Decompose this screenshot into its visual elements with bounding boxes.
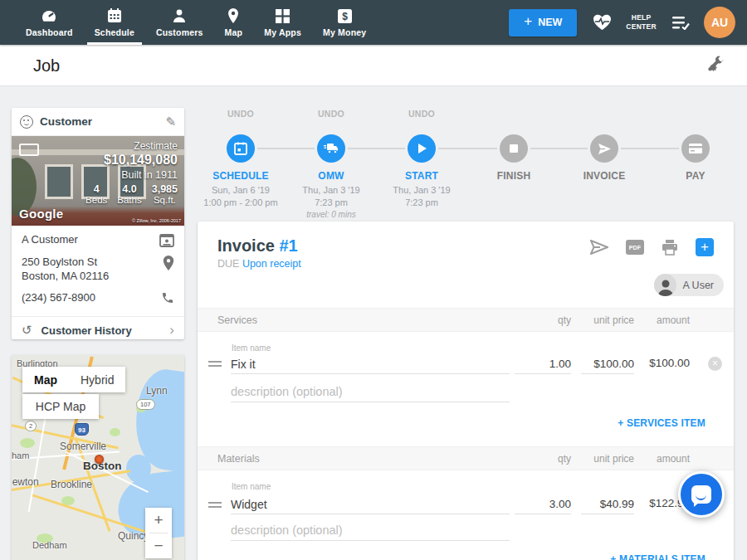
zestimate-value: $10,149,080 [85, 153, 178, 168]
assigned-user-chip[interactable]: A User [654, 274, 724, 296]
map-label-waltham: ham [12, 450, 29, 460]
step-date-line: 7:23 pm [376, 197, 467, 209]
heart-pulse-icon[interactable] [593, 14, 612, 31]
route-badge-2: 2 [25, 421, 37, 431]
help-center-line2: CENTER [626, 22, 657, 32]
apps-grid-icon [276, 7, 290, 24]
drag-handle[interactable] [208, 502, 222, 510]
phone-icon[interactable] [158, 291, 174, 304]
schedule-icon [107, 7, 122, 24]
service-qty-input[interactable] [515, 354, 571, 374]
new-button[interactable]: + NEW [509, 9, 577, 37]
map-label-quincy: Quincy [118, 530, 149, 542]
drag-handle[interactable] [208, 361, 222, 369]
timeline-step-omw: UNDO OMW Thu, Jan 3 '19 7:23 pm travel: … [286, 109, 377, 219]
customer-details: A Customer 250 Boylston St Boston, MA 02… [12, 226, 184, 316]
money-icon: $ [338, 7, 352, 24]
job-tools-icon[interactable] [706, 56, 725, 79]
material-qty-input[interactable] [515, 494, 571, 514]
timeline-step-invoice: INVOICE [559, 109, 650, 182]
address-line1: 250 Boylston St [22, 256, 158, 270]
print-icon[interactable] [662, 240, 678, 256]
help-center-link[interactable]: HELP CENTER [626, 13, 657, 31]
amount-column-header: amount [657, 314, 690, 326]
nav-tab-customers[interactable]: Customers [145, 0, 214, 45]
customer-phone: (234) 567-8900 [22, 291, 158, 305]
nav-tab-schedule[interactable]: Schedule [84, 0, 145, 45]
due-value-link[interactable]: Upon receipt [242, 258, 301, 270]
undo-spacer [559, 109, 650, 120]
undo-schedule-button[interactable]: UNDO [195, 109, 286, 120]
map-type-map-button[interactable]: Map [22, 367, 69, 392]
unit-price-column-header: unit price [593, 314, 634, 326]
map-label-somerville: Somerville [60, 441, 106, 452]
nav-tab-my-money[interactable]: $ My Money [312, 0, 377, 45]
pay-step-icon[interactable] [681, 134, 710, 163]
amount-column-header: amount [657, 453, 690, 465]
remove-service-item-button[interactable]: × [708, 357, 722, 371]
invoice-number[interactable]: #1 [279, 236, 297, 255]
material-description-input[interactable] [231, 519, 510, 541]
property-photo[interactable]: Zestimate $10,149,080 Built in 1911 4 Be… [12, 136, 184, 226]
service-description-input[interactable] [231, 381, 510, 402]
omw-step-icon[interactable] [317, 134, 345, 163]
page-header-bar: Job [0, 45, 747, 86]
map-type-hybrid-button[interactable]: Hybrid [69, 367, 125, 392]
dashboard-icon [41, 7, 57, 24]
map-label-dedham: Dedham [32, 540, 67, 550]
customer-card-title: Customer [40, 115, 165, 128]
nav-tab-my-apps[interactable]: My Apps [253, 0, 312, 45]
zestimate-label: Zestimate [85, 140, 178, 152]
edit-customer-icon[interactable]: ✎ [165, 114, 176, 129]
finish-step-icon[interactable] [500, 134, 528, 163]
stat-label: Sq.ft. [152, 195, 178, 205]
service-amount: $100.00 [615, 357, 690, 369]
undo-omw-button[interactable]: UNDO [286, 109, 377, 120]
history-icon: ↺ [22, 323, 32, 338]
chevron-right-icon: › [169, 322, 174, 338]
streetview-icon[interactable] [19, 144, 39, 156]
step-label: START [376, 170, 467, 182]
add-materials-item-link[interactable]: + MATERIALS ITEM [610, 553, 706, 560]
pdf-icon[interactable]: PDF [626, 240, 644, 255]
location-pin-icon[interactable] [158, 256, 174, 270]
timeline-step-schedule: UNDO SCHEDULE Sun, Jan 6 '19 1:00 pm - 2… [195, 109, 286, 209]
customer-history-button[interactable]: ↺ Customer History › [12, 317, 184, 344]
schedule-step-icon[interactable] [227, 134, 255, 163]
nav-tab-dashboard[interactable]: Dashboard [15, 0, 84, 45]
nav-tab-map[interactable]: Map [214, 0, 254, 45]
start-step-icon[interactable] [408, 134, 436, 163]
job-location-marker[interactable] [95, 455, 104, 464]
step-date: Thu, Jan 3 '19 7:23 pm [376, 184, 467, 209]
zoom-out-button[interactable]: − [145, 533, 172, 558]
chat-bubble-icon [691, 485, 711, 504]
timeline-step-finish: FINISH [468, 109, 559, 182]
nav-tab-label: My Money [323, 27, 366, 37]
chat-support-button[interactable] [678, 471, 725, 518]
assigned-user-name: A User [682, 280, 714, 291]
add-services-item-link[interactable]: + SERVICES ITEM [618, 417, 706, 429]
customer-card-header: Customer ✎ [12, 108, 184, 136]
user-silhouette-icon [654, 274, 676, 296]
property-stats: 4 Beds 4.0 Baths 3,985 Sq.ft. [85, 183, 178, 205]
zoom-in-button[interactable]: + [145, 508, 172, 533]
invoice-step-icon[interactable] [590, 134, 618, 163]
material-item-name-input[interactable] [231, 494, 510, 514]
contact-card-icon[interactable] [158, 233, 174, 248]
unit-price-column-header: unit price [593, 453, 634, 465]
service-item-name-input[interactable] [231, 354, 510, 374]
hcp-map-button[interactable]: HCP Map [22, 394, 99, 419]
section-title: Services [217, 314, 257, 326]
timeline-step-pay: PAY [650, 109, 741, 182]
send-invoice-icon[interactable] [590, 240, 608, 255]
route-badge-107: 107 [136, 399, 155, 410]
built-year: Built in 1911 [85, 169, 178, 181]
task-list-icon[interactable] [672, 16, 691, 30]
stat-beds: 4 Beds [85, 183, 107, 205]
undo-start-button[interactable]: UNDO [376, 109, 467, 120]
invoice-title-text: Invoice [217, 236, 275, 255]
stat-sqft: 3,985 Sq.ft. [152, 183, 178, 205]
new-button-label: NEW [538, 17, 562, 28]
add-invoice-icon[interactable]: + [696, 238, 714, 256]
user-avatar[interactable]: AU [704, 7, 735, 38]
